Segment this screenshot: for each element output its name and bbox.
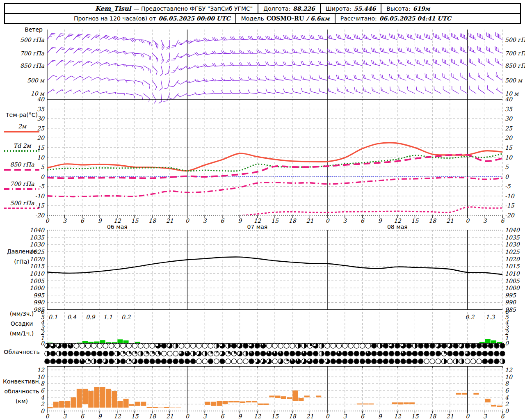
svg-text:0: 0	[505, 173, 509, 180]
svg-text:20: 20	[37, 135, 45, 141]
svg-text:15: 15	[131, 217, 139, 224]
svg-text:-20: -20	[505, 212, 515, 219]
svg-text:18: 18	[148, 217, 156, 224]
svg-text:10: 10	[37, 374, 45, 380]
svg-text:1000: 1000	[30, 285, 45, 291]
svg-text:6: 6	[505, 308, 509, 315]
svg-text:9: 9	[238, 217, 242, 224]
svg-text:30: 30	[505, 115, 513, 122]
svg-text:21: 21	[446, 413, 454, 420]
svg-text:15: 15	[271, 217, 279, 224]
svg-text:6: 6	[501, 413, 505, 420]
svg-text:1000: 1000	[505, 285, 520, 291]
meteogram: Kem_Tisul — Предоставлено ФГБУ "ЗапСиб У…	[0, 0, 525, 420]
svg-text:1010: 1010	[30, 270, 45, 277]
svg-text:6: 6	[41, 308, 45, 315]
svg-text:1020: 1020	[30, 256, 45, 262]
svg-text:12: 12	[114, 217, 121, 224]
svg-text:12: 12	[505, 367, 513, 373]
svg-text:0: 0	[41, 173, 45, 180]
svg-text:0: 0	[466, 413, 470, 420]
svg-text:1005: 1005	[30, 278, 45, 284]
svg-text:18: 18	[429, 413, 436, 420]
svg-text:0.9: 0.9	[86, 314, 95, 320]
svg-text:35: 35	[37, 106, 45, 112]
svg-text:1.1: 1.1	[103, 314, 112, 320]
svg-text:08 мая: 08 мая	[387, 224, 408, 230]
svg-text:500 м: 500 м	[27, 77, 45, 84]
svg-text:6: 6	[505, 387, 509, 394]
svg-text:500 м: 500 м	[505, 77, 523, 84]
svg-text:6: 6	[80, 413, 84, 420]
svg-text:2: 2	[41, 401, 45, 407]
svg-text:8: 8	[41, 380, 45, 387]
svg-text:1040: 1040	[30, 227, 45, 233]
svg-text:21: 21	[446, 217, 454, 224]
svg-text:4: 4	[41, 394, 45, 401]
svg-text:10: 10	[37, 154, 45, 161]
svg-text:10: 10	[505, 154, 513, 161]
svg-text:3: 3	[203, 413, 207, 420]
meteogram-plot: 500 гПа500 гПа700 гПа700 гПа850 гПа850 г…	[0, 0, 525, 420]
svg-text:3: 3	[203, 217, 207, 224]
svg-text:21: 21	[166, 413, 173, 420]
svg-text:5: 5	[505, 164, 509, 170]
svg-text:1010: 1010	[505, 270, 520, 277]
svg-text:18: 18	[289, 413, 297, 420]
svg-text:6: 6	[361, 217, 365, 224]
svg-text:9: 9	[98, 413, 102, 420]
svg-text:0: 0	[326, 217, 330, 224]
svg-text:500 гПа: 500 гПа	[505, 37, 525, 43]
svg-text:850 гПа: 850 гПа	[505, 62, 525, 69]
svg-text:12: 12	[394, 217, 402, 224]
svg-text:-10: -10	[505, 193, 515, 199]
svg-text:3: 3	[343, 217, 347, 224]
svg-text:700 гПа: 700 гПа	[505, 50, 525, 57]
svg-text:18: 18	[148, 413, 156, 420]
svg-text:-15: -15	[35, 202, 45, 209]
svg-text:-5: -5	[39, 183, 45, 189]
svg-text:06 мая: 06 мая	[107, 224, 128, 230]
svg-text:990: 990	[505, 299, 516, 306]
svg-text:6: 6	[41, 387, 45, 394]
svg-text:15: 15	[505, 144, 513, 151]
svg-text:9: 9	[378, 413, 382, 420]
svg-text:1025: 1025	[30, 249, 45, 255]
svg-text:6: 6	[501, 217, 505, 224]
svg-text:-20: -20	[35, 212, 45, 219]
svg-text:0: 0	[46, 413, 50, 420]
svg-text:0.1: 0.1	[48, 314, 57, 320]
svg-text:-5: -5	[505, 183, 511, 189]
svg-text:-15: -15	[505, 202, 515, 209]
svg-text:4: 4	[505, 394, 509, 401]
svg-text:9: 9	[238, 413, 242, 420]
svg-text:6: 6	[220, 413, 224, 420]
svg-text:8: 8	[505, 380, 509, 387]
svg-text:995: 995	[505, 292, 516, 299]
svg-text:40: 40	[37, 96, 45, 103]
svg-text:25: 25	[505, 125, 513, 132]
svg-text:12: 12	[114, 413, 121, 420]
svg-text:6: 6	[220, 217, 224, 224]
svg-text:12: 12	[253, 413, 261, 420]
svg-text:1030: 1030	[30, 241, 45, 248]
svg-text:0.2: 0.2	[121, 314, 131, 320]
svg-text:1020: 1020	[505, 256, 520, 262]
svg-text:1035: 1035	[30, 234, 45, 241]
svg-text:-10: -10	[35, 193, 45, 199]
svg-text:18: 18	[429, 217, 436, 224]
svg-text:995: 995	[33, 292, 45, 299]
svg-text:0.4: 0.4	[67, 314, 77, 320]
svg-text:9: 9	[378, 217, 382, 224]
svg-text:15: 15	[131, 413, 139, 420]
svg-text:6: 6	[361, 413, 365, 420]
svg-text:21: 21	[166, 217, 173, 224]
svg-text:0.2: 0.2	[465, 314, 475, 320]
svg-text:12: 12	[394, 413, 402, 420]
svg-text:1.3: 1.3	[486, 314, 495, 320]
svg-text:40: 40	[505, 96, 513, 103]
svg-text:3: 3	[483, 413, 487, 420]
svg-text:1040: 1040	[505, 227, 520, 233]
svg-text:850 гПа: 850 гПа	[20, 62, 45, 69]
svg-text:21: 21	[306, 217, 313, 224]
